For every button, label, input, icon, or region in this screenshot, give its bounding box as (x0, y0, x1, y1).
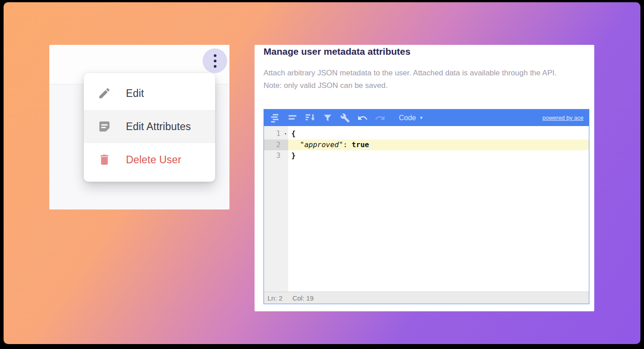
code-line-3: } (288, 150, 589, 161)
kebab-menu-icon (214, 54, 216, 68)
line-number: 1 ▾ (264, 128, 288, 140)
menu-item-label: Edit Attributes (126, 121, 191, 133)
user-card: Edit Edit Attributes Delete User (49, 45, 229, 209)
mode-dropdown[interactable]: Code ▾ (399, 114, 423, 122)
fold-toggle-icon[interactable]: ▾ (285, 128, 287, 140)
panel-description: Attach arbitrary JSON metadata to the us… (255, 57, 594, 92)
code-editor-area[interactable]: 1 ▾ 2 3 { "approved": true } (264, 126, 589, 292)
compact-icon[interactable] (287, 112, 298, 124)
line-number-active: 2 (264, 140, 288, 151)
json-editor: Code ▾ powered by ace 1 ▾ 2 3 (264, 109, 589, 304)
note-text: Note: only valid JSON can be saved. (264, 79, 585, 92)
context-menu: Edit Edit Attributes Delete User (84, 73, 215, 182)
redo-icon[interactable] (374, 112, 386, 124)
line-number: 3 (264, 150, 288, 161)
metadata-panel: Manage user metadata attributes Attach a… (255, 45, 594, 311)
json-key: "approved" (300, 140, 343, 149)
panel-title: Manage user metadata attributes (255, 45, 594, 57)
menu-item-edit-attributes[interactable]: Edit Attributes (84, 110, 215, 143)
code-line-1: { (288, 128, 589, 140)
menu-item-delete-user[interactable]: Delete User (84, 143, 215, 176)
repair-icon[interactable] (339, 112, 351, 124)
menu-item-label: Delete User (126, 154, 182, 166)
code-lines: { "approved": true } (288, 126, 589, 292)
status-column-indicator: Col: 19 (292, 294, 314, 302)
pencil-icon (98, 87, 111, 100)
desktop-gradient-background: Edit Edit Attributes Delete User (4, 2, 640, 344)
trash-icon (98, 153, 111, 166)
json-value: true (352, 140, 369, 149)
filter-icon[interactable] (322, 112, 333, 124)
chevron-down-icon: ▾ (420, 115, 423, 120)
undo-icon[interactable] (357, 112, 368, 124)
json-editor-toolbar: Code ▾ powered by ace (264, 109, 589, 126)
status-line-indicator: Ln: 2 (268, 294, 282, 302)
format-icon[interactable] (269, 112, 281, 124)
powered-by-ace-link[interactable]: powered by ace (542, 114, 583, 121)
menu-item-label: Edit (126, 87, 144, 100)
code-line-2-active: "approved": true (288, 140, 589, 151)
line-number-gutter: 1 ▾ 2 3 (264, 126, 288, 292)
sort-icon[interactable] (304, 112, 316, 124)
more-options-button[interactable] (203, 48, 227, 73)
document-icon (98, 120, 111, 133)
editor-status-bar: Ln: 2 Col: 19 (264, 292, 589, 304)
description-text: Attach arbitrary JSON metadata to the us… (264, 67, 585, 79)
menu-item-edit[interactable]: Edit (84, 77, 215, 110)
mode-label: Code (399, 114, 416, 122)
